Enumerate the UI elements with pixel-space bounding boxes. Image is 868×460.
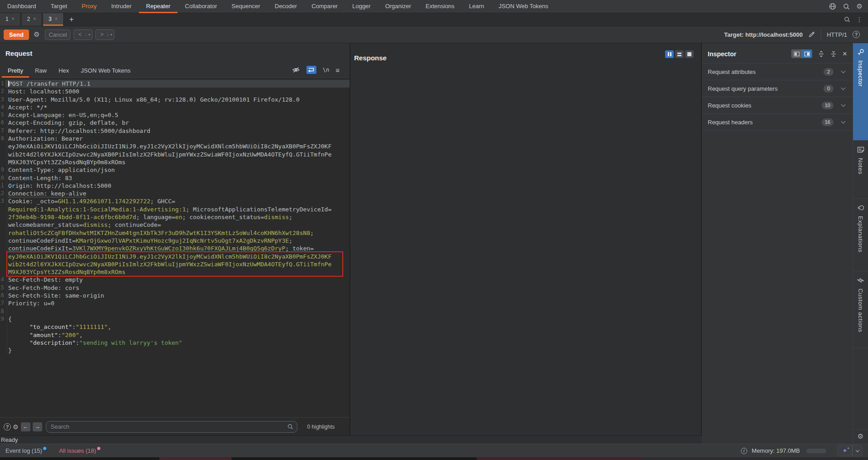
code-line[interactable]: 4Accept: */* xyxy=(0,103,350,111)
settings-gear-icon[interactable]: ⚙ xyxy=(857,3,863,10)
code-line[interactable]: 19{ xyxy=(0,315,350,323)
sidebar-tab-inspector[interactable]: Inspector xyxy=(853,43,868,141)
columns-layout-button[interactable] xyxy=(665,50,674,58)
inspector-close-icon[interactable]: × xyxy=(843,50,847,58)
edit-target-pencil-icon[interactable] xyxy=(808,31,815,38)
http-version-label[interactable]: HTTP/1 xyxy=(827,31,847,38)
menu-item-decoder[interactable]: Decoder xyxy=(267,0,304,13)
code-line[interactable]: "to_account":"1111111", xyxy=(0,323,350,331)
inspector-section-request-headers[interactable]: Request headers16 xyxy=(702,114,853,131)
code-line[interactable]: 17Priority: u=0 xyxy=(0,299,350,307)
editor-search-input[interactable] xyxy=(46,421,297,433)
code-line[interactable]: 15Sec-Fetch-Mode: cors xyxy=(0,284,350,292)
code-line[interactable]: "description":"sending with larryy's tok… xyxy=(0,339,350,347)
expand-all-icon[interactable] xyxy=(818,51,824,57)
code-line[interactable]: wib2t4d2l6YXJkXCIpOzwvc2NyaXB0PiIsImlzX2… xyxy=(0,260,350,268)
inspector-split-left-button[interactable] xyxy=(791,49,802,58)
newline-chars-icon[interactable]: \n xyxy=(323,67,329,73)
code-line[interactable]: 12Connection: keep-alive xyxy=(0,190,350,197)
code-line[interactable]: 1POST /transfer HTTP/1.1 xyxy=(0,80,350,88)
code-line[interactable]: welcomebanner_status=dismiss; continueCo… xyxy=(0,221,350,229)
word-wrap-icon[interactable] xyxy=(306,66,316,74)
memory-info-icon[interactable]: i xyxy=(741,448,747,454)
code-line[interactable]: 18 xyxy=(0,308,350,315)
menu-item-extensions[interactable]: Extensions xyxy=(419,0,462,13)
event-log-button[interactable]: Event log (15) xyxy=(5,447,46,454)
search-settings-gear-icon[interactable]: ⚙ xyxy=(13,424,19,430)
menu-item-collaborator[interactable]: Collaborator xyxy=(178,0,224,13)
forward-dropdown-arrow[interactable]: ▾ xyxy=(108,33,114,37)
inspector-section-request-query-parameters[interactable]: Request query parameters0 xyxy=(702,80,853,97)
chevron-down-icon[interactable] xyxy=(841,86,846,90)
inspector-section-request-attributes[interactable]: Request attributes2 xyxy=(702,64,853,80)
send-settings-gear-icon[interactable]: ⚙ xyxy=(34,31,39,38)
back-dropdown-arrow[interactable]: ▾ xyxy=(86,33,92,37)
forward-history-button[interactable]: > ▾ xyxy=(95,29,114,40)
code-line[interactable]: 2f30eb4b-9198-4bdd-8f11-ac6fbc6b0d7d; la… xyxy=(0,213,350,221)
search-magnifier-icon[interactable] xyxy=(287,424,293,430)
search-tabs-icon[interactable] xyxy=(844,16,850,23)
menu-item-learn[interactable]: Learn xyxy=(462,0,491,13)
repeater-tab-3[interactable]: 3× xyxy=(43,13,63,26)
search-help-icon[interactable]: ? xyxy=(4,423,11,431)
sidebar-tab-explanations[interactable]: Explanations xyxy=(853,199,868,271)
chevron-down-icon[interactable] xyxy=(841,69,846,73)
menu-item-repeater[interactable]: Repeater xyxy=(139,0,178,13)
back-history-button[interactable]: < ▾ xyxy=(74,29,93,40)
code-line[interactable]: 13Cookie: _octo=GH1.1.492661071.17422927… xyxy=(0,197,350,205)
code-line[interactable]: continueCodeFixIt=3VKl7WXMY9penvkOZRxyVh… xyxy=(0,245,350,252)
code-line[interactable]: rohatliOt5cZCqFBfDHxhwtMIKTZHnZum4tgnIXb… xyxy=(0,229,350,237)
sidebar-tab-custom-actions[interactable]: Custom actions xyxy=(853,271,868,348)
code-line[interactable]: 10Content-Length: 83 xyxy=(0,174,350,182)
more-options-icon[interactable]: ⋮ xyxy=(856,16,863,23)
code-line[interactable]: eyJ0eXAiOiJKV1QiLCJhbGciOiJIUzI1NiJ9.eyJ… xyxy=(0,142,350,150)
code-line[interactable]: 7Referer: http://localhost:5000/dashboar… xyxy=(0,127,350,135)
search-next-button[interactable]: → xyxy=(33,422,42,431)
request-tab-raw[interactable]: Raw xyxy=(29,64,53,78)
search-icon[interactable] xyxy=(843,3,850,10)
menu-item-sequencer[interactable]: Sequencer xyxy=(224,0,267,13)
code-line[interactable]: 9Content-Type: application/json xyxy=(0,166,350,174)
menu-item-proxy[interactable]: Proxy xyxy=(74,0,104,13)
all-issues-button[interactable]: All issues (18) xyxy=(59,447,100,454)
repeater-tab-1[interactable]: 1× xyxy=(0,13,20,26)
code-line[interactable]: 6Accept-Encoding: gzip, deflate, br xyxy=(0,119,350,127)
collapse-all-icon[interactable] xyxy=(830,51,837,57)
rows-layout-button[interactable] xyxy=(675,50,684,58)
code-line[interactable]: continueCodeFindIt=KMarOjGxwo7lVAPxtKimu… xyxy=(0,237,350,245)
sidebar-tab-notes[interactable]: Notes xyxy=(853,141,868,199)
code-line[interactable]: 11Origin: http://localhost:5000 xyxy=(0,182,350,190)
help-icon[interactable]: ? xyxy=(853,31,860,38)
code-line[interactable]: 3User-Agent: Mozilla/5.0 (X11; Linux x86… xyxy=(0,96,350,103)
cancel-button[interactable]: Cancel xyxy=(45,29,70,40)
code-line[interactable]: } xyxy=(0,347,350,354)
menu-item-target[interactable]: Target xyxy=(44,0,74,13)
code-line[interactable]: 14Sec-Fetch-Dest: empty xyxy=(0,276,350,284)
sparkle-dropdown[interactable] xyxy=(852,445,862,456)
globe-icon[interactable] xyxy=(829,3,836,10)
code-line[interactable]: 2Host: localhost:5000 xyxy=(0,88,350,95)
inspector-section-request-cookies[interactable]: Request cookies10 xyxy=(702,97,853,114)
strip-settings-gear-icon[interactable]: ⚙ xyxy=(858,433,863,440)
code-line[interactable]: "amount":"200", xyxy=(0,331,350,339)
menu-item-dashboard[interactable]: Dashboard xyxy=(0,0,44,13)
request-tab-hex[interactable]: Hex xyxy=(53,64,75,78)
request-tab-json-web-tokens[interactable]: JSON Web Tokens xyxy=(75,64,136,78)
close-tab-icon[interactable]: × xyxy=(55,16,58,21)
request-editor[interactable]: 1POST /transfer HTTP/1.12Host: localhost… xyxy=(0,78,350,417)
code-line[interactable]: eyJ0eXAiOiJKV1QiLCJhbGciOiJIUzI1NiJ9.eyJ… xyxy=(0,253,350,260)
search-previous-button[interactable]: ← xyxy=(21,422,30,431)
ai-sparkle-button[interactable]: ✦✦ xyxy=(837,445,863,456)
code-line[interactable]: M9XJ03YCpsYt3ZZsRosdNqBYp0m8xROms xyxy=(0,158,350,166)
code-line[interactable]: M9XJ03YCpsYt3ZZsRosdNqBYp0m8xROms xyxy=(0,268,350,276)
chevron-down-icon[interactable] xyxy=(841,103,846,107)
code-line[interactable]: 8Authorization: Bearer xyxy=(0,135,350,142)
repeater-tab-2[interactable]: 2× xyxy=(22,13,42,26)
menu-item-organizer[interactable]: Organizer xyxy=(378,0,418,13)
editor-menu-icon[interactable]: ≡ xyxy=(335,66,340,74)
code-line[interactable]: wib2t4d2l6YXJkXCIpOzwvc2NyaXB0PiIsImlzX2… xyxy=(0,151,350,158)
menu-item-intruder[interactable]: Intruder xyxy=(104,0,139,13)
code-line[interactable]: 5Accept-Language: en-US,en;q=0.5 xyxy=(0,111,350,119)
single-panel-layout-button[interactable] xyxy=(685,50,694,58)
inspector-split-right-button[interactable] xyxy=(802,49,812,58)
